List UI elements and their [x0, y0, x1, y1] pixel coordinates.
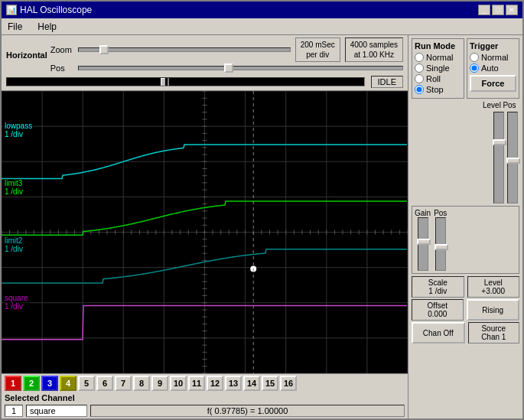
trig-normal-row: Normal: [470, 53, 516, 62]
chan-off-button[interactable]: Chan Off: [412, 322, 465, 343]
trig-slider-labels: Level Pos: [412, 101, 519, 109]
force-button[interactable]: Force: [470, 75, 516, 92]
trig-auto-radio[interactable]: [470, 63, 479, 73]
channel-info-row: 1 f( 0.97785) = 1.00000: [2, 403, 408, 418]
normal-label: Normal: [426, 53, 453, 62]
vert-pos-slider-track[interactable]: [435, 217, 446, 271]
level-value-display: Level+3.000: [467, 276, 520, 298]
ch2-label: limit31 /div: [3, 179, 24, 196]
channel-buttons-row: 1 2 3 4 5 6 7 8 9 10 11 12 13 14 15 16: [2, 373, 408, 418]
channel-3-button[interactable]: 3: [41, 376, 58, 391]
pos-label: Pos: [50, 63, 73, 73]
channel-6-button[interactable]: 6: [96, 376, 113, 391]
run-mode-box: Run Mode Normal Single Roll: [412, 38, 464, 99]
stop-radio-row: Stop: [415, 85, 461, 94]
vert-pos-col: Pos: [434, 209, 447, 271]
pos-label: Pos: [501, 101, 518, 109]
trig-auto-label: Auto: [481, 63, 499, 73]
formula-display: f( 0.97785) = 1.00000: [90, 405, 405, 417]
channel-1-button[interactable]: 1: [5, 376, 21, 391]
channel-14-button[interactable]: 14: [243, 376, 260, 391]
trigger-title: Trigger: [470, 41, 516, 50]
right-panel: Run Mode Normal Single Roll: [408, 35, 522, 418]
channel-5-button[interactable]: 5: [78, 376, 95, 391]
channel-num-box: 1: [5, 405, 23, 417]
ch1-label: lowpass1 /div: [3, 122, 34, 138]
main-content: Horizontal Zoom 200 mSecper div 4000 sam…: [2, 35, 522, 418]
chanoff-source-row: Chan Off SourceChan 1: [412, 322, 519, 343]
vertical-sliders: Gain Pos: [415, 209, 516, 271]
channel-7-button[interactable]: 7: [115, 376, 132, 391]
channel-11-button[interactable]: 11: [188, 376, 205, 391]
main-window: 📊 HAL Oscilloscope _ □ ✕ File Help Horiz…: [0, 0, 524, 420]
window-title: HAL Oscilloscope: [20, 5, 92, 15]
window-icon: 📊: [6, 5, 17, 15]
normal-radio-row: Normal: [415, 53, 461, 62]
channel-8-button[interactable]: 8: [133, 376, 150, 391]
channel-13-button[interactable]: 13: [225, 376, 242, 391]
menubar: File Help: [2, 18, 522, 35]
gain-label: Gain: [415, 209, 431, 217]
pos-slider-col: [507, 112, 518, 203]
horizontal-label: Horizontal: [6, 50, 47, 60]
status-idle: IDLE: [371, 76, 403, 88]
channel-name-input[interactable]: [26, 405, 87, 417]
run-mode-title: Run Mode: [415, 41, 461, 50]
maximize-button[interactable]: □: [492, 5, 504, 15]
channel-9-button[interactable]: 9: [151, 376, 168, 391]
single-radio-row: Single: [415, 63, 461, 73]
vert-pos-label: Pos: [434, 209, 447, 217]
window-controls: _ □ ✕: [478, 5, 518, 15]
channel-10-button[interactable]: 10: [170, 376, 187, 391]
scale-level-row: Scale1 /div Level+3.000: [412, 276, 519, 298]
scale-display: Scale1 /div: [412, 276, 464, 298]
minimize-button[interactable]: _: [478, 5, 490, 15]
channel-15-button[interactable]: 15: [262, 376, 278, 391]
zoom-slider-track[interactable]: [78, 47, 291, 52]
gain-slider-track[interactable]: [418, 217, 428, 271]
level-slider-col: [493, 112, 504, 203]
scope-canvas: [2, 91, 408, 373]
trig-normal-radio[interactable]: [470, 53, 479, 62]
close-button[interactable]: ✕: [506, 5, 518, 15]
roll-radio-row: Roll: [415, 74, 461, 83]
top-sections: Run Mode Normal Single Roll: [412, 38, 519, 99]
samples-display: 4000 samplesat 1.00 KHz: [345, 37, 403, 62]
stop-radio[interactable]: [415, 85, 424, 94]
titlebar: 📊 HAL Oscilloscope _ □ ✕: [2, 2, 522, 18]
offset-rising-row: Offset0.000 Rising: [412, 299, 519, 321]
selected-channel-label: Selected Channel: [2, 392, 408, 403]
stop-label: Stop: [426, 85, 444, 94]
channel-4-button[interactable]: 4: [60, 376, 76, 391]
zoom-label: Zoom: [50, 45, 73, 54]
channel-buttons: 1 2 3 4 5 6 7 8 9 10 11 12 13 14 15 16: [2, 374, 408, 392]
offset-display: Offset0.000: [412, 299, 464, 321]
level-slider-track[interactable]: [493, 112, 504, 203]
pos-slider-track[interactable]: [78, 66, 403, 70]
file-menu[interactable]: File: [5, 21, 25, 33]
channel-12-button[interactable]: 12: [207, 376, 223, 391]
single-label: Single: [426, 63, 450, 73]
level-label: Level: [483, 101, 500, 109]
ch4-label: square1 /div: [3, 294, 30, 311]
trigger-box: Trigger Normal Auto Force: [467, 38, 519, 99]
pos-slider-track[interactable]: [507, 112, 518, 203]
channel-16-button[interactable]: 16: [280, 376, 297, 391]
vertical-section: Gain Pos: [412, 206, 519, 274]
roll-radio[interactable]: [415, 74, 424, 83]
rising-button[interactable]: Rising: [467, 299, 520, 321]
single-radio[interactable]: [415, 63, 424, 73]
source-chan-display: SourceChan 1: [468, 322, 520, 343]
time-display: 200 mSecper div: [295, 37, 340, 62]
channel-2-button[interactable]: 2: [23, 376, 40, 391]
trig-normal-label: Normal: [481, 53, 508, 62]
normal-radio[interactable]: [415, 53, 424, 62]
trig-auto-row: Auto: [470, 63, 516, 73]
help-menu[interactable]: Help: [34, 21, 60, 33]
bottom-controls: Scale1 /div Level+3.000 Offset0.000 Risi…: [412, 276, 519, 343]
scope-area: lowpass1 /div limit31 /div limit21 /div …: [2, 91, 408, 373]
horizontal-section: Horizontal Zoom 200 mSecper div 4000 sam…: [2, 35, 408, 91]
roll-label: Roll: [426, 74, 441, 83]
ch3-label: limit21 /div: [3, 236, 24, 253]
gain-col: Gain: [415, 209, 431, 271]
